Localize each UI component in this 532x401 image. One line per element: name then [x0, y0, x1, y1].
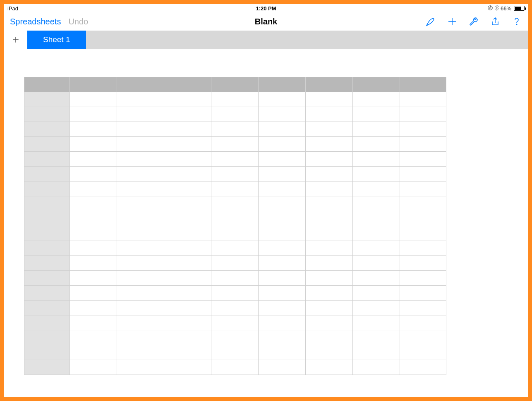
cell[interactable]: [353, 241, 400, 256]
cell[interactable]: [70, 345, 117, 360]
cell[interactable]: [259, 122, 306, 137]
cell[interactable]: [306, 345, 353, 360]
row-header[interactable]: [24, 345, 70, 360]
cell[interactable]: [259, 301, 306, 315]
add-icon[interactable]: [447, 16, 458, 27]
cell[interactable]: [400, 122, 446, 137]
cell[interactable]: [259, 315, 306, 330]
cell[interactable]: [117, 167, 164, 181]
cell[interactable]: [117, 241, 164, 256]
cell[interactable]: [306, 286, 353, 301]
row-header[interactable]: [24, 286, 70, 301]
cell[interactable]: [211, 152, 259, 167]
cell[interactable]: [259, 241, 306, 256]
cell[interactable]: [306, 315, 353, 330]
cell[interactable]: [211, 196, 259, 211]
cell[interactable]: [353, 256, 400, 271]
cell[interactable]: [70, 360, 117, 375]
table-row[interactable]: [24, 286, 446, 301]
cell[interactable]: [353, 345, 400, 360]
cell[interactable]: [259, 226, 306, 241]
cell[interactable]: [400, 226, 446, 241]
cell[interactable]: [70, 330, 117, 345]
row-header[interactable]: [24, 181, 70, 196]
cell[interactable]: [164, 241, 211, 256]
cell[interactable]: [70, 211, 117, 226]
cell[interactable]: [353, 286, 400, 301]
table-row[interactable]: [24, 181, 446, 196]
cell[interactable]: [259, 271, 306, 286]
cell[interactable]: [211, 181, 259, 196]
cell[interactable]: [306, 226, 353, 241]
back-button[interactable]: Spreadsheets: [10, 17, 61, 26]
cell[interactable]: [164, 271, 211, 286]
table-row[interactable]: [24, 137, 446, 152]
cell[interactable]: [164, 196, 211, 211]
row-header[interactable]: [24, 271, 70, 286]
spreadsheet-canvas[interactable]: [24, 77, 446, 375]
cell[interactable]: [353, 360, 400, 375]
row-header[interactable]: [24, 196, 70, 211]
cell[interactable]: [70, 92, 117, 107]
cell[interactable]: [70, 196, 117, 211]
cell[interactable]: [117, 271, 164, 286]
table-row[interactable]: [24, 345, 446, 360]
cell[interactable]: [400, 152, 446, 167]
cell[interactable]: [400, 211, 446, 226]
cell[interactable]: [70, 271, 117, 286]
cell[interactable]: [164, 256, 211, 271]
cell[interactable]: [164, 286, 211, 301]
cell[interactable]: [164, 167, 211, 181]
table-row[interactable]: [24, 92, 446, 107]
cell[interactable]: [70, 301, 117, 315]
cell[interactable]: [70, 152, 117, 167]
cell[interactable]: [211, 286, 259, 301]
cell[interactable]: [400, 330, 446, 345]
cell[interactable]: [259, 137, 306, 152]
cell[interactable]: [400, 256, 446, 271]
table-row[interactable]: [24, 271, 446, 286]
cell[interactable]: [306, 271, 353, 286]
cell[interactable]: [400, 196, 446, 211]
cell[interactable]: [353, 137, 400, 152]
cell[interactable]: [353, 315, 400, 330]
cell[interactable]: [164, 360, 211, 375]
cell[interactable]: [353, 271, 400, 286]
cell[interactable]: [211, 315, 259, 330]
cell[interactable]: [164, 152, 211, 167]
cell[interactable]: [400, 181, 446, 196]
share-icon[interactable]: [490, 16, 501, 27]
cell[interactable]: [70, 256, 117, 271]
sheet-tab-active[interactable]: Sheet 1: [27, 31, 86, 49]
row-header[interactable]: [24, 107, 70, 122]
cell[interactable]: [70, 181, 117, 196]
cell[interactable]: [400, 241, 446, 256]
cell[interactable]: [353, 211, 400, 226]
cell[interactable]: [164, 330, 211, 345]
cell[interactable]: [353, 196, 400, 211]
table-row[interactable]: [24, 167, 446, 181]
cell[interactable]: [117, 152, 164, 167]
cell[interactable]: [117, 345, 164, 360]
cell[interactable]: [70, 286, 117, 301]
cell[interactable]: [306, 211, 353, 226]
table-row[interactable]: [24, 241, 446, 256]
table-row[interactable]: [24, 211, 446, 226]
cell[interactable]: [306, 301, 353, 315]
row-header[interactable]: [24, 226, 70, 241]
cell[interactable]: [306, 196, 353, 211]
cell[interactable]: [211, 107, 259, 122]
cell[interactable]: [259, 211, 306, 226]
row-header[interactable]: [24, 301, 70, 315]
cell[interactable]: [117, 122, 164, 137]
add-sheet-button[interactable]: [4, 31, 27, 49]
cell[interactable]: [211, 122, 259, 137]
cell[interactable]: [306, 360, 353, 375]
cell[interactable]: [259, 107, 306, 122]
cell[interactable]: [306, 137, 353, 152]
cell[interactable]: [211, 301, 259, 315]
cell[interactable]: [400, 167, 446, 181]
cell[interactable]: [117, 301, 164, 315]
undo-button[interactable]: Undo: [68, 17, 88, 26]
cell[interactable]: [306, 122, 353, 137]
